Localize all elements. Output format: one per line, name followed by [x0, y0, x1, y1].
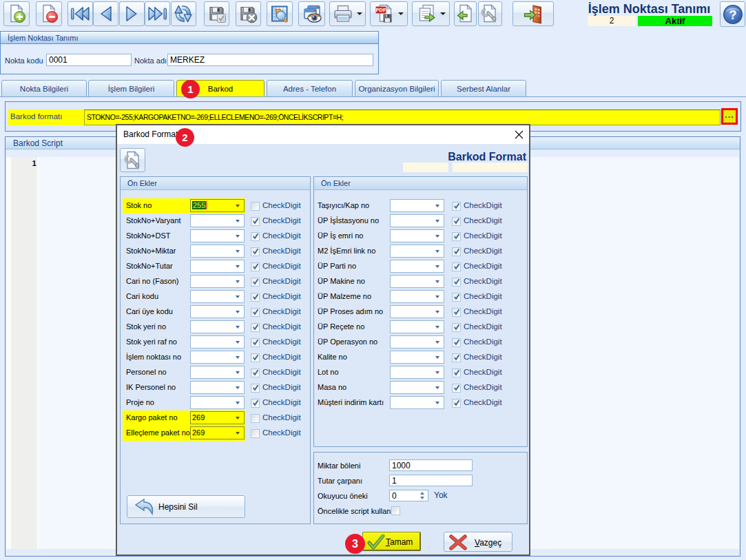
svg-text:PDF: PDF: [375, 7, 386, 13]
svg-text:?: ?: [729, 8, 736, 22]
